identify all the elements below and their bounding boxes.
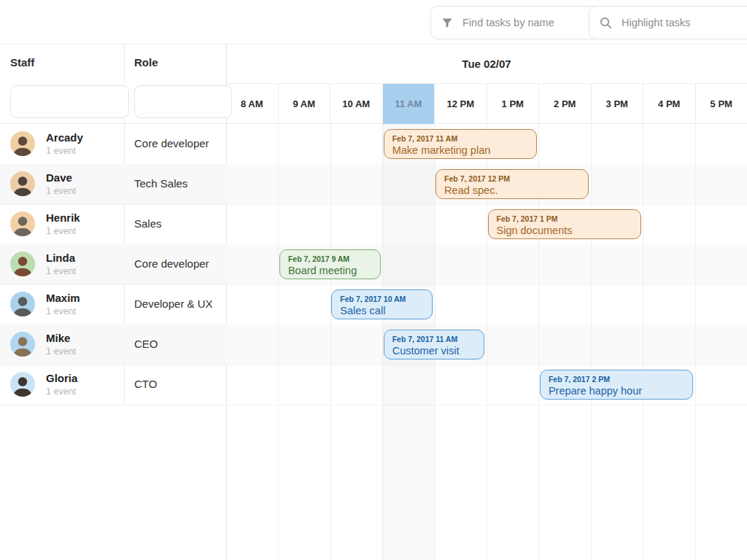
hour-cell[interactable]: 3 PM [592,84,644,124]
staff-column-header: Staff [10,56,34,69]
filter-icon [441,17,453,28]
event-title: Read spec. [444,184,580,198]
event-title: Prepare happy hour [549,384,684,398]
event-date: Feb 7, 2017 2 PM [549,374,684,384]
resource-event-count: 1 event [46,226,76,236]
event-title: Make marketing plan [392,144,528,158]
resource-event-count: 1 event [46,386,76,397]
resource-event-count: 1 event [46,306,76,316]
event-date: Feb 7, 2017 9 AM [288,254,372,264]
event-bar[interactable]: Feb 7, 2017 2 PMPrepare happy hour [540,370,693,400]
staff-row[interactable]: Arcady1 eventCore developer [0,124,226,165]
resource-name: Mike [46,332,70,344]
staff-row[interactable]: Maxim1 eventDeveloper & UX [0,284,226,325]
avatar [10,372,35,397]
highlight-tasks-box[interactable] [589,6,747,39]
hour-cell[interactable]: 10 AM [330,84,383,124]
resource-role: Sales [134,217,162,230]
scheduler-app: Staff Role Tue 02/07 8 AM9 AM10 AM11 AM1… [0,0,747,560]
resource-role: Developer & UX [134,298,213,310]
hour-cell[interactable]: 8 AM [226,84,279,124]
event-date: Feb 7, 2017 10 AM [340,294,424,304]
schedule-column [695,124,747,560]
hour-cell[interactable]: 1 PM [487,84,540,124]
resource-role: CTO [134,378,157,390]
event-bar[interactable]: Feb 7, 2017 11 AMMake marketing plan [384,129,537,159]
event-date: Feb 7, 2017 1 PM [497,214,632,224]
role-column-header: Role [134,56,158,69]
avatar [10,292,35,316]
hour-cell[interactable]: 5 PM [696,84,747,124]
avatar [10,171,35,196]
event-bar[interactable]: Feb 7, 2017 11 AMCustomer visit [384,330,485,359]
schedule-column [591,124,643,560]
schedule-column [643,124,695,560]
role-filter-input[interactable] [134,85,232,118]
resource-name: Maxim [46,292,80,304]
resource-name: Arcady [46,131,83,144]
event-date: Feb 7, 2017 12 PM [444,174,580,184]
resource-name: Gloria [46,372,77,384]
resource-role: CEO [134,338,158,350]
hour-cell[interactable]: 11 AM [383,84,436,124]
find-tasks-input[interactable] [461,16,592,29]
resource-event-count: 1 event [46,146,76,156]
resource-name: Linda [46,252,75,264]
day-header[interactable]: Tue 02/07 [226,44,747,84]
event-bar[interactable]: Feb 7, 2017 1 PMSign documents [488,209,641,239]
staff-row[interactable]: Gloria1 eventCTO [0,365,226,405]
avatar [10,211,35,236]
resource-name: Dave [46,171,72,184]
avatar [10,252,35,276]
avatar [10,332,35,357]
event-date: Feb 7, 2017 11 AM [392,133,528,144]
event-title: Sales call [340,304,424,318]
resource-event-count: 1 event [46,266,76,276]
resource-role: Core developer [134,257,209,270]
resource-event-count: 1 event [46,186,76,196]
event-date: Feb 7, 2017 11 AM [392,334,476,344]
hour-cell[interactable]: 12 PM [435,84,487,124]
schedule-column [330,124,383,560]
find-tasks-box[interactable] [430,6,603,39]
hour-header-row: 8 AM9 AM10 AM11 AM12 PM1 PM2 PM3 PM4 PM5… [226,84,747,124]
event-title: Sign documents [497,224,632,238]
staff-row[interactable]: Linda1 eventCore developer [0,244,226,285]
event-title: Board meeting [288,264,372,278]
event-title: Customer visit [392,344,476,358]
search-icon [600,17,612,29]
resource-role: Tech Sales [134,177,187,190]
staff-filter-input[interactable] [10,85,129,118]
resource-event-count: 1 event [46,346,76,357]
schedule-column [278,124,330,560]
event-bar[interactable]: Feb 7, 2017 9 AMBoard meeting [279,249,381,279]
hour-cell[interactable]: 9 AM [279,84,331,124]
highlight-tasks-input[interactable] [620,16,747,29]
hour-cell[interactable]: 2 PM [539,84,592,124]
staff-row[interactable]: Dave1 eventTech Sales [0,164,226,205]
resource-name: Henrik [46,211,80,224]
staff-row[interactable]: Henrik1 eventSales [0,204,226,245]
hour-cell[interactable]: 4 PM [643,84,696,124]
resource-role: Core developer [134,137,209,149]
event-bar[interactable]: Feb 7, 2017 10 AMSales call [331,289,433,319]
avatar [10,131,35,156]
event-bar[interactable]: Feb 7, 2017 12 PMRead spec. [436,169,589,199]
schedule-column [226,124,279,560]
staff-row[interactable]: Mike1 eventCEO [0,324,226,365]
